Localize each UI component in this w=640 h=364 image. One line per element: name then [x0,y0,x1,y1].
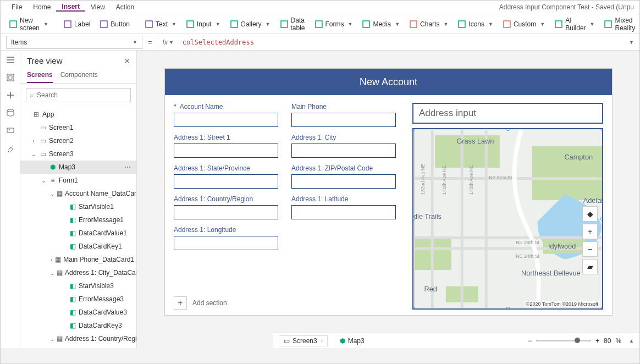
formula-input[interactable]: colSelectedAddress [178,38,628,46]
selection-handle[interactable] [412,307,415,310]
tree-item-account-name-datacard1[interactable]: ⌄▦Account Name_DataCard1 [20,187,136,200]
canvas[interactable]: New Account *Account NameAddress 1: Stre… [137,51,639,348]
ribbon-charts[interactable]: Charts▼ [405,18,453,30]
tools-icon[interactable] [5,143,15,153]
tree-item-form1[interactable]: ⌄≡Form1 [20,174,136,187]
formula-expand-icon[interactable]: ▼ [629,40,639,45]
selection-handle[interactable] [600,128,603,131]
tree-item-datacardkey1[interactable]: ◧DataCardKey1 [20,240,136,253]
map-zoom-out-button[interactable]: − [582,241,598,257]
tree-item-app[interactable]: ⊞App [20,108,136,121]
field-input[interactable] [291,113,396,127]
expand-icon[interactable]: ⌄ [30,151,37,157]
field-input[interactable] [174,174,278,189]
selection-handle[interactable] [506,128,510,131]
ribbon-new-screen[interactable]: New screen▼ [5,14,53,34]
zoom-menu-icon[interactable]: ▲ [629,338,634,344]
tree-item-main-phone-datacard1[interactable]: ›▦Main Phone_DataCard1 [20,253,136,266]
tab-components[interactable]: Components [60,68,98,83]
tree-body: ⊞App▭Screen1›▭Screen2⌄▭Screen3⬢Map3⋯⌄≡Fo… [20,107,136,348]
ribbon-mixed-reality[interactable]: Mixed Reality▼ [600,14,640,34]
ribbon-media[interactable]: Media▼ [358,18,404,30]
map-control[interactable]: Grass Lawn Campton Adelai dle Trails Idy… [412,128,603,310]
menu-home[interactable]: Home [27,3,56,11]
chevron-down-icon: ▼ [590,21,595,27]
form-icon: ≡ [49,177,57,184]
tree-item-starvisible4[interactable]: ◧StarVisible4 [20,345,136,348]
expand-icon[interactable]: ⌄ [50,270,54,276]
map-layers-button[interactable]: ▰ [582,259,598,274]
ribbon-forms[interactable]: Forms▼ [311,18,357,30]
breadcrumb-map[interactable]: ⬢ Map3 [335,336,369,346]
add-icon[interactable] [5,90,15,100]
menu-view[interactable]: View [85,3,111,11]
tree-item-datacardkey3[interactable]: ◧DataCardKey3 [20,319,136,332]
field-main-phone: Main Phone [291,103,396,127]
selection-handle[interactable] [600,217,603,221]
tree-item-starvisible3[interactable]: ◧StarVisible3 [20,279,136,293]
expand-icon[interactable]: ⌄ [50,191,54,197]
ribbon-text[interactable]: Text▼ [141,18,181,30]
field-input[interactable] [174,236,278,250]
ribbon-button[interactable]: Button [96,18,134,30]
field-input[interactable] [291,205,396,219]
zoom-slider[interactable] [536,340,591,341]
tree-item-screen2[interactable]: ›▭Screen2 [20,134,136,147]
tree-view-icon[interactable] [5,73,15,82]
field-input[interactable] [174,144,278,158]
ribbon-label[interactable]: Label [59,18,95,30]
search-input[interactable] [37,91,127,99]
field-input[interactable] [291,144,396,158]
tab-screens[interactable]: Screens [27,68,53,83]
tree-item-datacardvalue1[interactable]: ◧DataCardValue1 [20,227,136,240]
ribbon-icons[interactable]: Icons▼ [454,18,498,30]
media-icon[interactable] [5,125,15,135]
add-section-button[interactable]: + Add section [174,296,227,310]
tree-item-errormessage3[interactable]: ◧ErrorMessage3 [20,293,136,306]
svg-text:Red: Red [424,285,437,293]
ribbon-input[interactable]: Input▼ [182,18,225,30]
expand-icon[interactable]: ⌄ [40,178,47,184]
expand-icon[interactable]: ⌄ [50,336,54,342]
map-locate-button[interactable]: ◆ [582,206,598,222]
tree-item-label: Screen1 [49,124,74,131]
more-icon[interactable]: ⋯ [124,163,134,171]
ctrl-icon: ◧ [69,308,76,316]
tree-item-screen3[interactable]: ⌄▭Screen3 [20,147,136,161]
breadcrumb-screen[interactable]: ▭ Screen3 › [279,335,328,346]
expand-icon[interactable]: › [50,257,53,263]
tree-item-screen1[interactable]: ▭Screen1 [20,121,136,134]
field-input[interactable] [174,113,278,127]
ribbon-label: Forms [325,20,344,28]
hamburger-icon[interactable] [5,55,15,65]
menu-action[interactable]: Action [111,3,140,11]
tree-search[interactable]: ⌕ [26,88,131,102]
ai-icon [555,20,562,28]
tree-item-map3[interactable]: ⬢Map3⋯ [20,161,136,174]
property-selector[interactable]: Items ▼ [6,36,142,49]
selection-handle[interactable] [506,307,510,310]
ribbon-custom[interactable]: Custom▼ [499,18,549,30]
ribbon-ai-builder[interactable]: AI Builder▼ [550,14,599,34]
expand-icon[interactable]: › [30,138,37,144]
tree-item-address-1-country-region-datacarc[interactable]: ⌄▦Address 1: Country/Region_DataCarc [20,332,136,345]
tree-item-starvisible1[interactable]: ◧StarVisible1 [20,200,136,213]
menu-insert[interactable]: Insert [56,3,85,12]
selection-handle[interactable] [600,307,603,310]
tree-item-errormessage1[interactable]: ◧ErrorMessage1 [20,213,136,227]
field-input[interactable] [291,174,396,189]
ribbon-label: Text [156,20,168,28]
data-icon[interactable] [5,108,15,118]
field-input[interactable] [174,205,278,219]
close-icon[interactable]: ✕ [124,57,130,65]
menu-file[interactable]: File [6,3,27,11]
address-input[interactable]: Address input [412,103,603,124]
ribbon-gallery[interactable]: Gallery▼ [226,18,275,30]
zoom-out-button[interactable]: − [528,337,532,345]
card-icon: ▦ [57,335,63,343]
tree-item-address-1-city-datacard1[interactable]: ⌄▦Address 1: City_DataCard1 [20,266,136,279]
zoom-in-button[interactable]: + [595,337,599,345]
tree-item-datacardvalue3[interactable]: ◧DataCardValue3 [20,306,136,319]
ribbon-data-table[interactable]: Data table [276,14,310,34]
map-zoom-in-button[interactable]: + [582,224,598,239]
